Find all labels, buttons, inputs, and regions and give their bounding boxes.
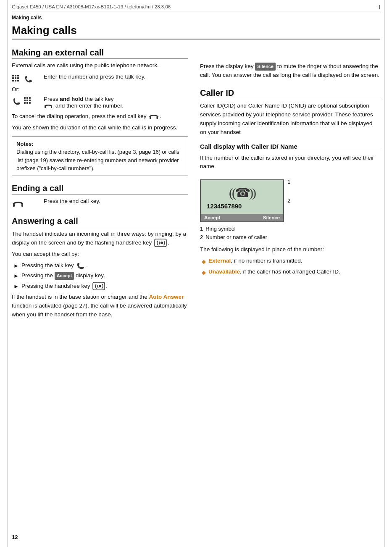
talk-key-icon-2 xyxy=(12,97,22,106)
keypad-icon-2 xyxy=(24,97,34,106)
accept-badge: Accept xyxy=(55,272,74,280)
legend2-text: Number or name of caller xyxy=(205,233,267,242)
phone-screen: ((☎)) 1234567890 xyxy=(201,180,283,214)
svg-rect-21 xyxy=(157,116,158,119)
svg-rect-18 xyxy=(45,106,46,108)
page-margin-mark: | xyxy=(379,4,380,9)
diamond-bullet-1: ◆ xyxy=(202,258,206,266)
step2-bold: and hold xyxy=(60,96,83,102)
page-border-right xyxy=(384,0,384,547)
legend-item-2: 2 Number or name of caller xyxy=(200,233,380,242)
external-highlight: External xyxy=(208,258,231,264)
auto-answer-highlight: Auto Answer xyxy=(149,294,184,300)
svg-rect-9 xyxy=(24,97,26,99)
svg-rect-23 xyxy=(21,204,23,207)
left-column: Making an external call External calls a… xyxy=(12,40,188,319)
diamond-bullet-2: ◆ xyxy=(202,268,206,277)
bullet-external: ◆ External, if no number is transmitted. xyxy=(202,257,380,266)
end-call-key-icon xyxy=(12,199,24,209)
page-number: 12 xyxy=(12,534,18,540)
ending-call-instruction: Press the end call key. xyxy=(44,198,100,204)
handsfree-key-icon-bullet xyxy=(92,282,105,290)
step2-row: Press and hold the talk key and then ent… xyxy=(12,96,188,110)
page-meta-bar: Gigaset E450 / USA EN / A31008-M17xx-B10… xyxy=(12,4,380,11)
caller-id-bullets: ◆ External, if no number is transmitted.… xyxy=(202,257,380,276)
svg-rect-10 xyxy=(26,97,28,99)
svg-rect-19 xyxy=(51,106,52,108)
step2-text3: and then enter the number. xyxy=(55,102,124,108)
section-label: Making calls xyxy=(12,15,380,21)
auto-answer-text: If the handset is in the base station or… xyxy=(12,293,188,319)
phone-diagram: ((☎)) 1234567890 Accept Silence 1 2 xyxy=(200,175,380,222)
svg-rect-8 xyxy=(17,80,19,82)
notes-text: Dialing using the directory, call-by-cal… xyxy=(16,148,184,173)
step1-icons xyxy=(12,74,40,84)
step1-row: Enter the number and press the talk key. xyxy=(12,74,188,84)
ref1: 1 xyxy=(287,179,290,185)
caller-id-heading: Caller ID xyxy=(200,88,380,99)
right-column: Press the display key Silence to mute th… xyxy=(200,40,380,319)
duration-text: You are shown the duration of the call w… xyxy=(12,124,188,132)
page-title: Making calls xyxy=(12,24,380,39)
answering-bullets: ► Pressing the talk key . ► Pressing the… xyxy=(13,261,188,291)
diagram-refs: 1 2 xyxy=(287,175,290,204)
legend1-num: 1 xyxy=(200,225,203,233)
call-display-intro: If the number of the caller is stored in… xyxy=(200,154,380,171)
legend-list: 1 Ring symbol 2 Number or name of caller xyxy=(200,225,380,241)
bullet-talk-key: ► Pressing the talk key . xyxy=(13,261,188,270)
page-border-left xyxy=(8,0,8,547)
svg-rect-4 xyxy=(15,77,16,79)
end-call-icon xyxy=(149,113,159,120)
end-call-icon-cell xyxy=(12,198,40,209)
bullet-arrow-2: ► xyxy=(13,272,19,280)
softkey-silence: Silence xyxy=(263,215,280,220)
unavailable-highlight: Unavailable xyxy=(208,268,240,275)
svg-rect-15 xyxy=(24,102,26,104)
step2-text1: Press xyxy=(44,96,60,102)
phone-softkeys: Accept Silence xyxy=(201,214,283,221)
external-call-heading: Making an external call xyxy=(12,48,188,59)
legend1-text: Ring symbol xyxy=(205,225,236,233)
talk-key-icon-bullet xyxy=(76,262,85,269)
svg-rect-22 xyxy=(13,204,15,207)
bullet-handsfree-key: ► Pressing the handsfree key . xyxy=(13,282,188,291)
accept-text: You can accept the call by: xyxy=(12,250,188,259)
handsfree-key-icon xyxy=(154,239,167,247)
step2-icons xyxy=(12,96,40,106)
answering-intro: The handset indicates an incoming call i… xyxy=(12,230,188,247)
ring-symbol: ((☎)) xyxy=(229,185,255,200)
legend-item-1: 1 Ring symbol xyxy=(200,225,380,233)
svg-rect-20 xyxy=(150,116,151,119)
external-call-intro: External calls are calls using the publi… xyxy=(12,61,188,70)
keypad-icon xyxy=(12,74,22,84)
ref2: 2 xyxy=(287,197,290,204)
caller-id-intro: Caller ID(CID) and Caller Name ID (CNID)… xyxy=(200,102,380,137)
notes-box: Notes: Dialing using the directory, call… xyxy=(12,137,188,176)
phone-mockup: ((☎)) 1234567890 Accept Silence xyxy=(200,179,284,222)
svg-rect-6 xyxy=(12,80,14,82)
svg-rect-16 xyxy=(26,102,28,104)
step2-text2: the talk key xyxy=(84,96,114,102)
svg-rect-2 xyxy=(17,75,19,76)
end-call-icon-inline xyxy=(44,102,53,110)
svg-rect-11 xyxy=(29,97,31,99)
notes-title: Notes: xyxy=(16,140,184,148)
talk-key-icon xyxy=(24,74,34,84)
svg-point-27 xyxy=(99,285,101,287)
cancel-text: To cancel the dialing operation, press t… xyxy=(12,112,188,121)
svg-rect-0 xyxy=(12,75,14,76)
answering-call-heading: Answering a call xyxy=(12,216,188,227)
svg-rect-5 xyxy=(17,77,19,79)
softkey-accept: Accept xyxy=(204,215,220,220)
call-display-heading: Call display with Caller ID/ Name xyxy=(200,143,380,151)
bullet-arrow-3: ► xyxy=(13,282,19,291)
ending-call-heading: Ending a call xyxy=(12,184,188,195)
legend2-num: 2 xyxy=(200,233,203,242)
breadcrumb: Gigaset E450 / USA EN / A31008-M17xx-B10… xyxy=(12,4,171,9)
svg-rect-13 xyxy=(26,100,28,101)
silence-intro: Press the display key Silence to mute th… xyxy=(200,62,380,80)
bullet-accept-key: ► Pressing the Accept display key. xyxy=(13,271,188,280)
svg-rect-17 xyxy=(29,102,31,104)
or-label: Or: xyxy=(12,86,188,92)
ending-call-row: Press the end call key. xyxy=(12,198,188,209)
